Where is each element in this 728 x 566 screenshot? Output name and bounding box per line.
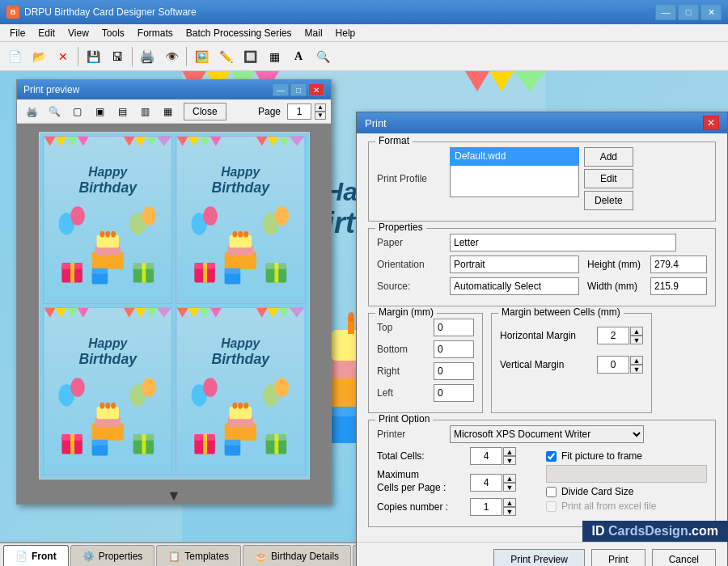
preview-close-button[interactable]: Close — [184, 103, 226, 120]
menu-mail[interactable]: Mail — [298, 24, 329, 41]
print-options-left: Total Cells: ▲ ▼ MaximumCells per Page : — [377, 447, 538, 520]
copies-down[interactable]: ▼ — [503, 507, 516, 516]
tab-birthday[interactable]: 🎂 Birthday Details — [243, 545, 351, 566]
menu-file[interactable]: File — [3, 24, 32, 41]
fit-picture-row: Fit picture to frame — [546, 450, 707, 462]
page-label: Page — [258, 106, 281, 117]
preview-two-btn[interactable]: ▣ — [90, 103, 109, 120]
printer-select[interactable]: Microsoft XPS Document Writer — [450, 425, 644, 443]
toolbar-open[interactable]: 📂 — [28, 45, 50, 68]
toolbar-font[interactable]: A — [287, 45, 310, 68]
page-spin-up[interactable]: ▲ — [315, 103, 326, 112]
toolbar: 📄 📂 ✕ 💾 🖫 🖨️ 👁️ 🖼️ ✏️ 🔲 ▦ A 🔍 — [0, 42, 728, 71]
preview-restore[interactable]: □ — [290, 83, 307, 96]
tab-templates[interactable]: 📋 Templates — [156, 545, 241, 566]
app-title: DRPU Birthday Card Designer Software — [24, 6, 655, 18]
toolbar-barcode[interactable]: ▦ — [263, 45, 286, 68]
copies-up[interactable]: ▲ — [503, 498, 516, 507]
maximize-button[interactable]: □ — [678, 4, 699, 20]
print-button[interactable]: Print — [591, 549, 645, 566]
toolbar-new[interactable]: 📄 — [3, 45, 26, 68]
height-input[interactable] — [650, 256, 707, 273]
profile-buttons: Add Edit Delete — [584, 147, 633, 210]
orientation-input[interactable] — [450, 256, 579, 273]
total-cells-input[interactable] — [470, 447, 502, 465]
edit-profile-button[interactable]: Edit — [584, 169, 633, 188]
toolbar-print[interactable]: 🖨️ — [136, 45, 159, 68]
margin-top-input[interactable] — [434, 319, 474, 336]
menu-formats[interactable]: Formats — [131, 24, 180, 41]
menu-view[interactable]: View — [61, 24, 95, 41]
svg-point-78 — [238, 231, 243, 238]
print-excel-row: Print all from excel file — [546, 501, 707, 512]
total-cells-label: Total Cells: — [377, 450, 470, 462]
print-profile-row: Print Profile Default.wdd Add Edit Delet… — [377, 147, 707, 210]
page-spin-down[interactable]: ▼ — [315, 112, 326, 120]
total-cells-row: Total Cells: ▲ ▼ — [377, 447, 538, 465]
v-margin-up[interactable]: ▲ — [630, 356, 643, 365]
margin-left-input[interactable] — [434, 384, 474, 402]
preview-four-btn[interactable]: ▤ — [112, 103, 132, 120]
tab-properties[interactable]: ⚙️ Properties — [70, 545, 155, 566]
menu-batch[interactable]: Batch Processing Series — [180, 24, 298, 41]
v-margin-input[interactable] — [597, 356, 629, 374]
svg-point-50 — [111, 231, 116, 238]
print-dialog: Print ✕ Format Print Profile Default.wdd… — [356, 112, 728, 566]
dialog-close-button[interactable]: ✕ — [703, 116, 719, 130]
print-excel-checkbox[interactable] — [546, 501, 557, 512]
profile-selected-item[interactable]: Default.wdd — [450, 147, 579, 165]
h-margin-up[interactable]: ▲ — [630, 327, 643, 336]
fit-picture-dropdown — [546, 465, 707, 483]
preview-print-btn[interactable]: 🖨️ — [22, 103, 41, 120]
toolbar-save[interactable]: 💾 — [82, 45, 104, 68]
minimize-button[interactable]: — — [655, 4, 676, 20]
h-margin-down[interactable]: ▼ — [630, 336, 643, 344]
menu-bar: File Edit View Tools Formats Batch Proce… — [0, 24, 728, 42]
margin-right-input[interactable] — [434, 362, 474, 380]
toolbar-shape[interactable]: 🔲 — [239, 45, 261, 68]
toolbar-text[interactable]: ✏️ — [214, 45, 237, 68]
svg-point-100 — [70, 378, 85, 397]
printer-label: Printer — [377, 429, 450, 440]
v-margin-down[interactable]: ▼ — [630, 365, 643, 374]
menu-tools[interactable]: Tools — [95, 24, 131, 41]
total-cells-up[interactable]: ▲ — [503, 447, 516, 456]
tab-front[interactable]: 📄 Front — [3, 545, 69, 566]
fit-picture-checkbox[interactable] — [546, 451, 557, 462]
menu-edit[interactable]: Edit — [32, 24, 61, 41]
print-preview-button[interactable]: Print Preview — [493, 549, 585, 566]
toolbar-save-as[interactable]: 🖫 — [106, 45, 129, 68]
toolbar-zoom[interactable]: 🔍 — [311, 45, 334, 68]
max-cells-input[interactable] — [470, 474, 502, 492]
preview-single-btn[interactable]: ▢ — [67, 103, 87, 120]
watermark-com: .com — [688, 524, 718, 538]
svg-point-131 — [274, 378, 289, 397]
margin-bottom-label: Bottom — [377, 344, 434, 355]
cancel-button[interactable]: Cancel — [652, 549, 716, 566]
toolbar-preview[interactable]: 👁️ — [160, 45, 183, 68]
h-margin-input[interactable] — [597, 327, 629, 344]
divide-card-checkbox[interactable] — [546, 487, 557, 497]
toolbar-img[interactable]: 🖼️ — [190, 45, 213, 68]
toolbar-close-red[interactable]: ✕ — [52, 45, 74, 68]
preview-zoom-btn[interactable]: 🔍 — [44, 103, 64, 120]
menu-help[interactable]: Help — [329, 24, 362, 41]
preview-six-btn[interactable]: ▥ — [135, 103, 154, 120]
page-input[interactable] — [287, 103, 311, 120]
total-cells-down[interactable]: ▼ — [503, 456, 516, 465]
max-cells-down[interactable]: ▼ — [503, 483, 516, 492]
source-input[interactable] — [450, 277, 579, 295]
margin-right-label: Right — [377, 365, 434, 377]
preview-card-2: Happy Birthday — [176, 136, 306, 304]
preview-minimize[interactable]: — — [273, 83, 289, 96]
preview-eight-btn[interactable]: ▦ — [158, 103, 177, 120]
preview-close[interactable]: ✕ — [308, 83, 324, 96]
margin-bottom-input[interactable] — [434, 340, 474, 358]
copies-input[interactable] — [470, 498, 502, 516]
add-profile-button[interactable]: Add — [584, 147, 633, 167]
width-input[interactable] — [650, 277, 707, 295]
delete-profile-button[interactable]: Delete — [584, 191, 633, 210]
max-cells-up[interactable]: ▲ — [503, 474, 516, 483]
close-button[interactable]: ✕ — [700, 4, 722, 20]
paper-input[interactable] — [450, 234, 676, 251]
